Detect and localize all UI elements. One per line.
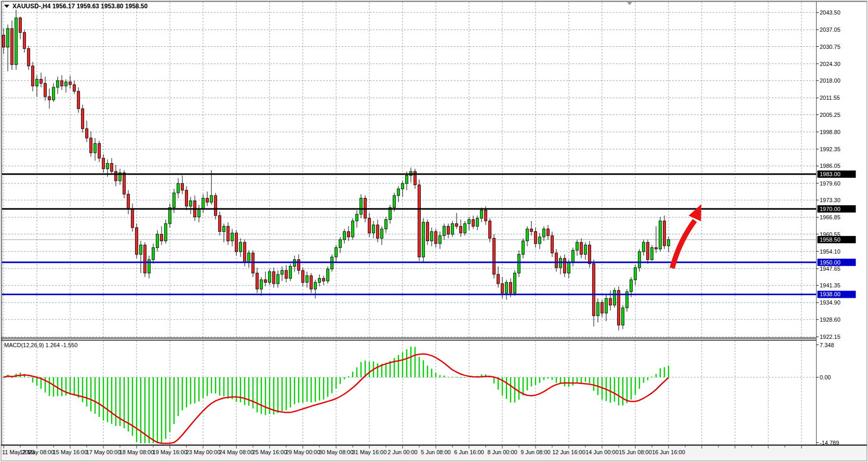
time-axis-label: 17 May 00:00 bbox=[86, 449, 121, 455]
candle bbox=[73, 81, 76, 94]
price-tick-label: 2024.30 bbox=[820, 61, 840, 67]
candle bbox=[277, 270, 279, 287]
candle bbox=[593, 260, 595, 327]
candle bbox=[377, 220, 379, 243]
candle bbox=[82, 104, 84, 133]
candle bbox=[634, 265, 637, 285]
macd-histogram-bar bbox=[294, 377, 295, 404]
candle bbox=[580, 239, 583, 259]
candle bbox=[638, 249, 641, 272]
macd-histogram-bar bbox=[456, 377, 457, 377]
macd-histogram-bar bbox=[90, 377, 91, 412]
price-tick-label: 1992.35 bbox=[820, 146, 840, 152]
candle bbox=[36, 75, 38, 97]
macd-histogram-bar bbox=[140, 377, 141, 443]
time-axis-label: 24 May 08:00 bbox=[219, 449, 254, 455]
candle bbox=[231, 229, 234, 246]
macd-histogram-bar bbox=[61, 377, 62, 396]
macd-histogram-bar bbox=[585, 377, 586, 382]
candle bbox=[468, 217, 471, 230]
macd-histogram-bar bbox=[360, 362, 362, 377]
candle bbox=[302, 268, 304, 286]
candle bbox=[169, 204, 171, 228]
macd-histogram-bar bbox=[356, 367, 357, 377]
price-axis: 2043.502037.052030.752024.302018.002011.… bbox=[816, 9, 856, 446]
macd-indicator-label: MACD(12,26,9) 1.264 -1.550 bbox=[4, 342, 77, 348]
macd-histogram-bar bbox=[107, 377, 108, 422]
candle bbox=[7, 24, 9, 71]
candle bbox=[323, 276, 325, 285]
candle bbox=[161, 226, 163, 245]
macd-histogram-bar bbox=[186, 377, 187, 407]
macd-histogram-bar bbox=[610, 377, 611, 403]
candle bbox=[119, 169, 122, 185]
candle bbox=[597, 298, 599, 322]
macd-histogram-bar bbox=[149, 377, 150, 443]
macd-histogram-bar bbox=[448, 377, 449, 378]
time-axis-label: 9 Jun 08:00 bbox=[520, 449, 551, 455]
macd-histogram-bar bbox=[340, 377, 341, 384]
candle bbox=[235, 230, 238, 256]
macd-histogram-bar bbox=[111, 377, 112, 424]
candle bbox=[551, 232, 554, 257]
candle bbox=[456, 213, 458, 229]
candle bbox=[11, 20, 14, 70]
macd-histogram-bar bbox=[261, 377, 262, 414]
price-level-badge-label: 1983.00 bbox=[820, 171, 840, 177]
candle bbox=[94, 138, 97, 161]
macd-histogram-bar bbox=[493, 377, 495, 384]
macd-histogram-bar bbox=[173, 377, 175, 424]
candle bbox=[177, 178, 180, 199]
trend-arrow-head[interactable] bbox=[689, 204, 701, 221]
macd-histogram-bar bbox=[244, 377, 245, 405]
macd-histogram-bar bbox=[435, 373, 436, 377]
price-level-badge-label: 1958.50 bbox=[820, 236, 840, 243]
macd-histogram-bar bbox=[153, 377, 154, 443]
macd-histogram-bar bbox=[290, 377, 291, 407]
price-tick-label: 1928.60 bbox=[820, 316, 840, 323]
candle bbox=[422, 218, 425, 262]
macd-histogram-bar bbox=[157, 377, 158, 443]
macd-histogram-bar bbox=[286, 377, 287, 410]
candle bbox=[518, 250, 520, 277]
candle bbox=[352, 218, 354, 240]
candle bbox=[426, 220, 429, 245]
candle bbox=[368, 213, 371, 237]
candle bbox=[115, 165, 117, 186]
window-border bbox=[1, 1, 867, 461]
candle bbox=[601, 300, 604, 317]
candle bbox=[464, 221, 466, 235]
macd-histogram-bar bbox=[45, 377, 46, 392]
macd-histogram-bar bbox=[506, 377, 507, 399]
macd-histogram-bar bbox=[78, 377, 79, 398]
candle bbox=[131, 204, 134, 232]
macd-histogram-bar bbox=[257, 377, 258, 413]
macd-histogram-bar bbox=[668, 365, 669, 377]
time-axis-label: 31 May 16:00 bbox=[352, 449, 387, 455]
macd-histogram-bar bbox=[315, 377, 316, 402]
symbol-menu-button[interactable] bbox=[4, 5, 9, 8]
candle bbox=[77, 87, 80, 113]
candle bbox=[293, 256, 296, 272]
macd-histogram-bar bbox=[327, 377, 328, 397]
candle bbox=[530, 221, 533, 235]
macd-histogram-bar bbox=[323, 377, 324, 400]
macd-tick-label: 0.00 bbox=[820, 374, 831, 380]
macd-histogram-bar bbox=[198, 377, 199, 402]
xauusd-h4-chart: 2043.502037.052030.752024.302018.002011.… bbox=[0, 0, 868, 462]
main-grid bbox=[2, 2, 816, 338]
time-axis-label: 12 May 08:00 bbox=[20, 449, 55, 455]
candle bbox=[651, 245, 653, 261]
price-level-badge-label: 1938.00 bbox=[820, 291, 840, 297]
candle bbox=[140, 241, 142, 273]
macd-histogram-bar bbox=[510, 377, 511, 403]
macd-histogram-bar bbox=[423, 360, 424, 377]
macd-histogram-bar bbox=[439, 375, 440, 377]
candle bbox=[98, 141, 101, 162]
candle bbox=[397, 186, 400, 202]
trend-arrow-shaft[interactable] bbox=[672, 220, 695, 268]
candle bbox=[198, 205, 201, 222]
candle bbox=[57, 76, 59, 94]
macd-histogram-bar bbox=[82, 377, 83, 402]
chart-shift-marker[interactable] bbox=[627, 2, 632, 5]
